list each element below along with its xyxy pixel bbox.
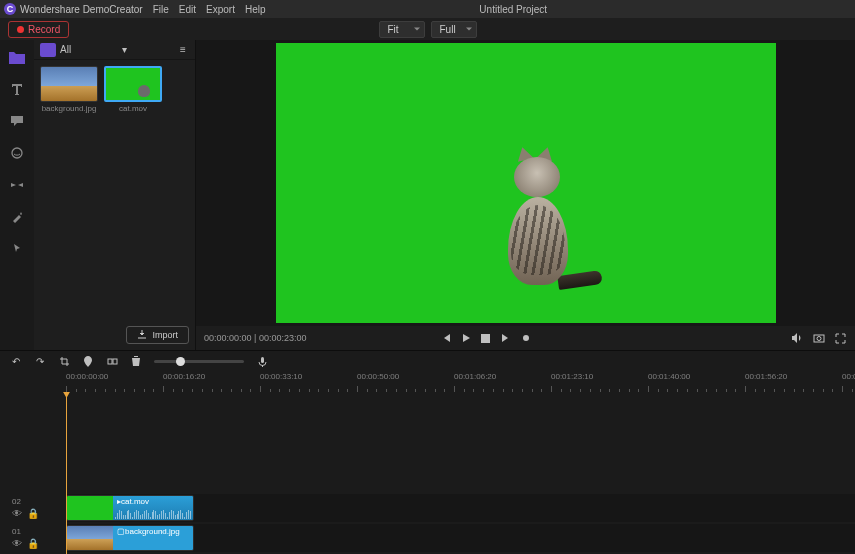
ruler-mark: 00:01:40:00	[648, 372, 690, 381]
chevron-down-icon[interactable]: ▾	[118, 44, 130, 56]
track-02: 02 👁🔒 ▸ cat.mov	[0, 494, 855, 522]
delete-icon[interactable]	[130, 356, 142, 368]
fit-label: Fit	[388, 24, 399, 35]
lock-icon[interactable]: 🔒	[27, 538, 39, 549]
marker-icon[interactable]	[82, 356, 94, 368]
cursor-effect-icon[interactable]	[8, 240, 26, 258]
library-tab-all[interactable]: All	[60, 44, 71, 55]
app-name: Wondershare DemoCreator	[20, 4, 143, 15]
ruler-mark: 00:01:06:20	[454, 372, 496, 381]
ruler-mark: 00:02:13	[842, 372, 855, 381]
svg-rect-1	[481, 334, 490, 343]
import-icon	[137, 330, 147, 340]
mic-icon[interactable]	[256, 356, 268, 368]
app-logo: C	[4, 3, 16, 15]
thumbnail-caption: cat.mov	[104, 104, 162, 113]
library-item-cat[interactable]: cat.mov	[104, 66, 162, 113]
next-frame-icon[interactable]	[500, 332, 512, 344]
list-view-icon[interactable]: ≡	[177, 44, 189, 56]
menu-edit[interactable]: Edit	[179, 4, 196, 15]
timeline-ruler[interactable]: 00:00:00:0000:00:16:2000:00:33:1000:00:5…	[0, 372, 855, 392]
project-title: Untitled Project	[270, 4, 758, 15]
svg-rect-7	[261, 357, 264, 363]
ruler-mark: 00:00:33:10	[260, 372, 302, 381]
ruler-mark: 00:01:23:10	[551, 372, 593, 381]
track-number: 01	[12, 527, 21, 536]
cat-subject	[496, 155, 586, 295]
library-item-background[interactable]: background.jpg	[40, 66, 98, 113]
svg-point-4	[817, 337, 821, 341]
menu-help[interactable]: Help	[245, 4, 266, 15]
prev-frame-icon[interactable]	[440, 332, 452, 344]
ruler-mark: 00:00:50:00	[357, 372, 399, 381]
green-screen-video	[276, 43, 776, 323]
library-panel: All ▾ ≡ background.jpg cat.mov Import	[34, 40, 196, 350]
preview-panel: 00:00:00:00 | 00:00:23:00	[196, 40, 855, 350]
full-label: Full	[440, 24, 456, 35]
clip-label: background.jpg	[125, 527, 180, 536]
split-icon[interactable]	[106, 356, 118, 368]
snapshot-icon[interactable]	[813, 332, 825, 344]
record-voiceover-icon[interactable]	[520, 332, 532, 344]
lock-icon[interactable]: 🔒	[27, 508, 39, 519]
play-icon[interactable]	[460, 332, 472, 344]
playback-controls: 00:00:00:00 | 00:00:23:00	[196, 326, 855, 350]
playhead[interactable]	[66, 392, 67, 554]
playback-time: 00:00:00:00 | 00:00:23:00	[204, 333, 306, 343]
undo-icon[interactable]: ↶	[10, 356, 22, 368]
preview-canvas[interactable]	[196, 40, 855, 326]
fullscreen-icon[interactable]	[835, 332, 847, 344]
full-dropdown[interactable]: Full	[431, 21, 477, 38]
import-label: Import	[152, 330, 178, 340]
volume-icon[interactable]	[791, 332, 803, 344]
time-total: 00:00:23:00	[259, 333, 307, 343]
ruler-mark: 00:00:16:20	[163, 372, 205, 381]
track-head[interactable]: 02 👁🔒	[0, 494, 66, 522]
menu-file[interactable]: File	[153, 4, 169, 15]
timeline-tracks-area: 02 👁🔒 ▸ cat.mov 01 👁🔒	[0, 392, 855, 554]
ruler-mark: 00:00:00:00	[66, 372, 108, 381]
menu-bar: C Wondershare DemoCreator File Edit Expo…	[0, 0, 855, 18]
folder-icon[interactable]	[40, 43, 56, 57]
sticker-icon[interactable]	[8, 144, 26, 162]
redo-icon[interactable]: ↷	[34, 356, 46, 368]
menu-export[interactable]: Export	[206, 4, 235, 15]
transition-icon[interactable]	[8, 176, 26, 194]
effects-icon[interactable]	[8, 208, 26, 226]
import-button[interactable]: Import	[126, 326, 189, 344]
track-head[interactable]: 01 👁🔒	[0, 524, 66, 552]
visibility-icon[interactable]: 👁	[12, 538, 22, 549]
record-button[interactable]: Record	[8, 21, 69, 38]
sidebar	[0, 40, 34, 350]
text-icon[interactable]	[8, 80, 26, 98]
fit-dropdown[interactable]: Fit	[379, 21, 425, 38]
secondary-toolbar: Record Fit Full	[0, 18, 855, 40]
clip-label: cat.mov	[121, 497, 149, 506]
crop-icon[interactable]	[58, 356, 70, 368]
thumbnail-image	[40, 66, 98, 102]
ruler-mark: 00:01:56:20	[745, 372, 787, 381]
annotation-icon[interactable]	[8, 112, 26, 130]
clip-background[interactable]: ▢ background.jpg	[66, 525, 194, 551]
main-area: All ▾ ≡ background.jpg cat.mov Import	[0, 40, 855, 350]
timeline-toolbar: ↶ ↷	[0, 350, 855, 372]
thumbnail-caption: background.jpg	[40, 104, 98, 113]
track-body[interactable]: ▸ cat.mov	[66, 494, 855, 522]
clip-thumbnail	[67, 496, 113, 520]
svg-rect-5	[108, 359, 112, 364]
clip-cat[interactable]: ▸ cat.mov	[66, 495, 194, 521]
svg-rect-6	[113, 359, 117, 364]
record-label: Record	[28, 24, 60, 35]
svg-point-0	[12, 148, 22, 158]
zoom-slider[interactable]	[154, 360, 244, 363]
media-library-icon[interactable]	[8, 48, 26, 66]
record-icon	[17, 26, 24, 33]
track-body[interactable]: ▢ background.jpg	[66, 524, 855, 552]
svg-point-2	[523, 335, 529, 341]
library-header: All ▾ ≡	[34, 40, 195, 60]
time-current: 00:00:00:00	[204, 333, 252, 343]
visibility-icon[interactable]: 👁	[12, 508, 22, 519]
track-01: 01 👁🔒 ▢ background.jpg	[0, 524, 855, 552]
clip-thumbnail	[67, 526, 113, 550]
stop-icon[interactable]	[480, 332, 492, 344]
